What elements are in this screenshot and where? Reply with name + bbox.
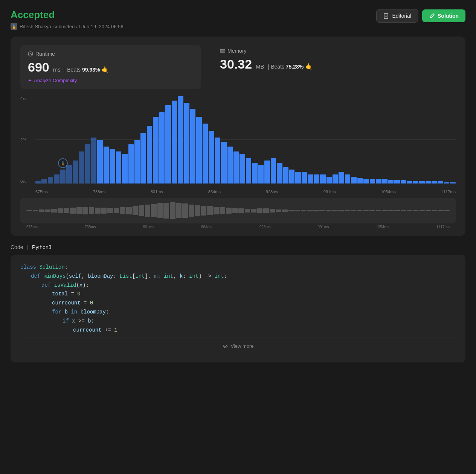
chart-bar — [426, 181, 431, 183]
submitted-at: submitted at Jun 19, 2024 06:56 — [53, 24, 124, 29]
mini-chart-bar — [189, 205, 194, 217]
memory-icon — [220, 48, 225, 54]
mini-x-label: 801ms — [143, 225, 154, 229]
runtime-unit: ms — [53, 66, 61, 73]
x-axis-label: 675ms — [35, 190, 48, 194]
mini-chart-bar — [76, 207, 82, 214]
mini-chart-bar — [195, 205, 200, 216]
chart-bar — [376, 179, 381, 183]
mini-x-labels: 675ms738ms801ms864ms928ms991ms1054ms1117… — [20, 223, 456, 229]
chart-bar — [407, 181, 412, 183]
chart-bar — [363, 179, 369, 183]
chart-bar — [401, 180, 406, 183]
mini-chart-bar — [45, 209, 51, 212]
code-line-4: total = 0 — [20, 290, 456, 299]
mini-chart-bar — [64, 208, 69, 213]
chart-bar — [314, 174, 319, 183]
view-more-section: View more — [20, 338, 456, 354]
mini-chart-bar — [257, 208, 263, 213]
mini-chart-bar — [401, 210, 406, 211]
mini-chart-bar — [382, 210, 388, 211]
code-line-2: def minDays(self, bloomDay: List[int], m… — [20, 272, 456, 281]
chart-bars: 🏅 — [35, 96, 456, 183]
clock-icon — [28, 51, 33, 57]
mini-chart-bar — [114, 208, 119, 213]
mini-chart-container: 675ms738ms801ms864ms928ms991ms1054ms1117… — [20, 198, 456, 229]
mini-chart-bar — [338, 210, 344, 212]
mini-chart-bar — [432, 210, 438, 211]
mini-chart-bar — [120, 207, 125, 214]
book-icon — [383, 13, 389, 19]
code-line-1: class Solution: — [20, 263, 456, 272]
chart-bar — [66, 165, 72, 183]
chart-bar — [295, 172, 301, 183]
mini-x-label: 738ms — [85, 225, 96, 229]
mini-chart-bar — [376, 210, 381, 211]
mini-chart-bar — [413, 210, 419, 211]
mini-chart-bar — [70, 208, 76, 214]
mini-chart-bar — [170, 202, 175, 219]
mini-chart-bar — [145, 205, 151, 217]
chart-bar — [283, 167, 288, 183]
solution-button[interactable]: Solution — [422, 9, 465, 22]
y-label-2: 2% — [20, 138, 26, 142]
mini-chart-bar — [282, 209, 288, 212]
mini-chart-bar — [301, 210, 307, 212]
chart-bar — [333, 174, 338, 183]
chart-bar — [172, 101, 177, 183]
runtime-block: Runtime 690 ms | Beats 99.93% 🤙 ✦ Analyz… — [20, 45, 201, 89]
chart-bar — [432, 181, 437, 183]
chart-bar — [419, 181, 424, 183]
chart-bar — [438, 181, 443, 183]
y-axis: 4% 2% 0% — [20, 96, 28, 183]
chart-bar — [345, 174, 350, 183]
chart-bar — [413, 181, 418, 183]
code-block: class Solution: def minDays(self, bloomD… — [11, 255, 465, 362]
mini-chart-bar — [107, 208, 113, 213]
view-more-button[interactable]: View more — [26, 343, 450, 349]
chart-bar — [351, 177, 356, 183]
code-line-5: currcount = 0 — [20, 299, 456, 308]
mini-x-label: 991ms — [317, 225, 329, 229]
x-axis-label: 1054ms — [381, 190, 396, 194]
sparkle-icon: ✦ — [28, 78, 32, 83]
rank-icon: 🏅 — [11, 23, 17, 30]
chart-bar — [308, 174, 313, 183]
chart-bar — [326, 177, 332, 183]
chart-bar — [54, 174, 59, 183]
mini-x-label: 1117ms — [436, 225, 450, 229]
mini-chart-bar — [89, 207, 95, 214]
mini-chart-bar — [157, 203, 163, 218]
mini-chart-bar — [419, 210, 425, 211]
code-line-8: currcount += 1 — [20, 326, 456, 335]
chart-bar — [240, 154, 245, 183]
svg-line-5 — [31, 54, 32, 55]
mini-chart-bar — [39, 209, 44, 212]
mini-chart-bar — [326, 210, 331, 212]
submission-info: 🏅 Ritesh Shakya submitted at Jun 19, 202… — [11, 23, 124, 30]
chart-bar — [450, 182, 455, 183]
mini-chart-bar — [307, 210, 313, 212]
chart-bar — [140, 133, 146, 183]
chart-bar — [159, 112, 165, 183]
chart-bar — [165, 105, 171, 183]
analyze-complexity-button[interactable]: ✦ Analyze Complexity — [28, 78, 77, 83]
chart-bar — [104, 147, 109, 183]
x-axis-label: 801ms — [151, 190, 163, 194]
editorial-button[interactable]: Editorial — [376, 9, 418, 23]
mini-chart-bar — [245, 209, 250, 212]
x-axis-label: 928ms — [266, 190, 278, 194]
code-section: Code | Python3 class Solution: def minDa… — [11, 244, 465, 362]
chevron-down-double-icon — [222, 344, 228, 348]
wave-emoji-memory: 🤙 — [305, 63, 313, 70]
chart-bar — [227, 147, 233, 183]
runtime-beats: | Beats 99.93% 🤙 — [64, 66, 109, 73]
y-label-0: 0% — [20, 179, 26, 183]
chart-bar — [302, 172, 307, 183]
status-section: Accepted 🏅 Ritesh Shakya submitted at Ju… — [11, 9, 124, 30]
mini-chart-bar — [151, 204, 157, 217]
header-actions: Editorial Solution — [376, 9, 465, 23]
mini-chart-bar — [357, 210, 363, 211]
mini-chart-bar — [444, 210, 450, 211]
runtime-value: 690 — [28, 60, 49, 75]
